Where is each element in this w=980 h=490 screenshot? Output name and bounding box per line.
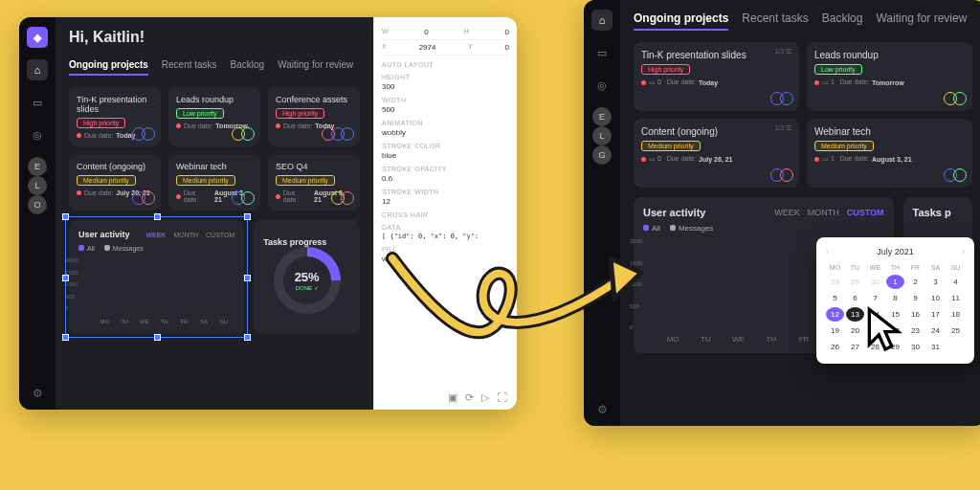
cursor-icon [866, 306, 904, 354]
calendar-day[interactable]: 3 [926, 275, 945, 289]
project-card[interactable]: 1/3 ☰Content (ongoing)Medium priority ▭ … [634, 119, 799, 188]
calendar-day[interactable]: 17 [926, 307, 945, 322]
target-icon[interactable]: ◎ [591, 75, 612, 96]
avatar[interactable]: G [592, 145, 612, 165]
chat-icon[interactable]: ▭ [591, 42, 612, 63]
calendar-day[interactable]: 16 [906, 307, 924, 322]
calendar-day[interactable]: 1 [886, 275, 904, 289]
tab[interactable]: Waiting for review [278, 59, 353, 76]
range-segment[interactable]: WEEKMONTHCUSTOM [774, 208, 883, 217]
target-icon[interactable]: ◎ [27, 124, 48, 145]
project-card[interactable]: Content (ongoing)Medium priority Due dat… [69, 154, 161, 211]
user-activity-chart: User activity WEEKMONTHCUSTOM AllMessage… [69, 220, 244, 334]
calendar-day[interactable]: 9 [906, 291, 924, 305]
project-card[interactable]: Conference assetsHigh priority Due date:… [268, 87, 360, 146]
tab-bar: Ongoing projectsRecent tasksBacklogWaiti… [69, 59, 360, 76]
editor-window: ◆ ⌂ ▭ ◎ ELO ⚙ Hi, Kaitlin! Ongoing proje… [19, 17, 517, 410]
avatar[interactable]: L [28, 176, 47, 195]
calendar-day[interactable]: 13 [846, 307, 864, 322]
project-card[interactable]: Leads roundupLow priority Due date: Tomo… [168, 87, 260, 146]
calendar-day[interactable]: 11 [947, 291, 965, 305]
calendar-day[interactable]: 10 [926, 291, 945, 305]
project-cards: Tin-K presentation slidesHigh priority D… [69, 87, 360, 211]
home-icon[interactable]: ⌂ [591, 10, 612, 31]
calendar-day[interactable]: 31 [926, 340, 945, 354]
expand-icon: ⛶ [497, 391, 507, 404]
calendar-day[interactable]: 8 [886, 291, 904, 305]
home-icon[interactable]: ⌂ [27, 59, 48, 80]
calendar-day[interactable]: 18 [947, 307, 965, 322]
calendar-day[interactable]: 23 [906, 323, 924, 338]
calendar-day[interactable]: 27 [846, 340, 864, 354]
calendar-day[interactable]: 24 [926, 323, 945, 338]
sidebar: ⌂ ▭ ◎ ELG ⚙ [584, 0, 620, 426]
tab[interactable]: Backlog [231, 59, 265, 76]
inspector-panel: W0H0 X2974Y0 AUTO LAYOUT HEIGHT300 WIDTH… [373, 17, 517, 410]
calendar-day[interactable]: 7 [866, 291, 884, 305]
calendar-day[interactable]: 6 [846, 291, 864, 305]
dashboard-preview: ◆ ⌂ ▭ ◎ ELO ⚙ Hi, Kaitlin! Ongoing proje… [19, 17, 373, 410]
calendar-day[interactable]: 26 [826, 340, 844, 354]
next-month-icon[interactable]: › [962, 247, 965, 256]
logo-icon[interactable]: ◆ [27, 27, 48, 48]
editor-footer[interactable]: ▣⟳▷⛶ [448, 391, 507, 404]
tab[interactable]: Waiting for review [876, 11, 967, 31]
donut-chart: 25% DONE ✓ [274, 247, 341, 314]
calendar-day[interactable]: 30 [906, 340, 924, 354]
live-dashboard: ⌂ ▭ ◎ ELG ⚙ Ongoing projectsRecent tasks… [584, 0, 980, 426]
avatar[interactable]: O [28, 195, 47, 214]
project-card[interactable]: 1/3 ☰Tin-K presentation slidesHigh prior… [634, 42, 799, 111]
tab[interactable]: Ongoing projects [634, 11, 728, 31]
tab[interactable]: Recent tasks [162, 59, 217, 76]
range-segment[interactable]: WEEKMONTHCUSTOM [145, 232, 234, 238]
settings-icon[interactable]: ⚙ [33, 387, 43, 400]
calendar-day[interactable]: 2 [906, 275, 924, 289]
calendar-day[interactable]: 5 [826, 291, 844, 305]
play-icon: ▷ [481, 391, 489, 404]
avatar[interactable]: E [28, 157, 47, 176]
calendar-day[interactable]: 25 [947, 323, 965, 338]
project-card[interactable]: Tin-K presentation slidesHigh priority D… [69, 87, 161, 146]
project-cards: 1/3 ☰Tin-K presentation slidesHigh prior… [634, 42, 972, 188]
tab[interactable]: Backlog [822, 11, 863, 31]
month-label: July 2021 [877, 247, 914, 256]
tasks-progress: Tasks progress 25% DONE ✓ [254, 220, 360, 334]
calendar-day[interactable]: 4 [947, 275, 965, 289]
project-card[interactable]: Webinar techMedium priority ▭ 1 Due date… [807, 119, 972, 188]
settings-icon[interactable]: ⚙ [597, 403, 608, 416]
project-card[interactable]: SEO Q4Medium priority Due date: August 6… [268, 154, 360, 211]
calendar-day[interactable]: 12 [826, 307, 844, 322]
avatar[interactable]: L [592, 126, 612, 145]
calendar-day[interactable]: 19 [826, 323, 844, 338]
tab-bar: Ongoing projectsRecent tasksBacklogWaiti… [634, 11, 972, 31]
project-card[interactable]: Webinar techMedium priority Due date: Au… [168, 154, 260, 211]
prev-month-icon[interactable]: ‹ [826, 247, 829, 256]
greeting: Hi, Kaitlin! [69, 29, 360, 46]
tab[interactable]: Ongoing projects [69, 59, 148, 76]
refresh-icon: ⟳ [465, 391, 474, 404]
project-card[interactable]: Leads roundupLow priority ▭ 1 Due date: … [807, 42, 972, 111]
sidebar: ◆ ⌂ ▭ ◎ ELO ⚙ [19, 17, 56, 410]
tab[interactable]: Recent tasks [742, 11, 808, 31]
avatar[interactable]: E [592, 107, 612, 126]
device-icon: ▣ [448, 391, 457, 404]
chat-icon[interactable]: ▭ [27, 92, 48, 113]
calendar-day[interactable]: 20 [846, 323, 864, 338]
